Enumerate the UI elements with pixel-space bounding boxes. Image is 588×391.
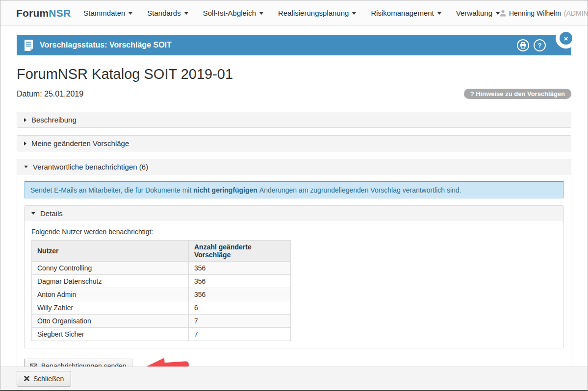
accordion-meine-vorschlaege: Meine geänderten Vorschläge bbox=[17, 135, 571, 151]
info-banner: Sendet E-Mails an Mitarbeiter, die für D… bbox=[24, 181, 564, 198]
help-button[interactable]: ? bbox=[534, 39, 546, 51]
app-window: ForumNSR Stammdaten Standards Soll-Ist-A… bbox=[0, 0, 588, 391]
changed-count-cell: 356 bbox=[189, 275, 291, 288]
nav-item-standards[interactable]: Standards bbox=[147, 9, 188, 17]
accordion-body-verantwortliche: Sendet E-Mails an Mitarbeiter, die für D… bbox=[17, 174, 571, 367]
info-text-bold: nicht geringfügigen bbox=[193, 186, 257, 194]
recipients-table: Nutzer Anzahl geänderte Vorschläge Conny… bbox=[31, 240, 291, 341]
user-menu[interactable]: Henning Wilhelm (ADMINISTRATOR) bbox=[500, 9, 588, 17]
date-label: Datum: 25.01.2019 bbox=[17, 90, 83, 98]
table-row: Dagmar Datenschutz356 bbox=[32, 275, 291, 288]
changed-count-cell: 7 bbox=[189, 315, 291, 328]
chevron-down-icon bbox=[259, 12, 263, 15]
nav-item-label: Realisierungsplanung bbox=[278, 9, 349, 17]
red-arrow-annotation bbox=[142, 355, 191, 367]
dialog-actions: ? bbox=[517, 35, 546, 55]
close-icon[interactable]: × bbox=[560, 32, 572, 45]
triangle-right-icon bbox=[24, 142, 26, 146]
person-icon bbox=[500, 10, 506, 17]
nav-item-realisierungsplanung[interactable]: Realisierungsplanung bbox=[278, 9, 356, 17]
accordion-label: Beschreibung bbox=[31, 116, 77, 124]
recipients-intro: Folgende Nutzer werden benachrichtigt: bbox=[31, 228, 557, 236]
nav-item-label: Soll-Ist-Abgleich bbox=[203, 9, 256, 17]
users-table-body: Conny Controlling356Dagmar Datenschutz35… bbox=[32, 262, 291, 341]
top-navbar: ForumNSR Stammdaten Standards Soll-Ist-A… bbox=[0, 0, 588, 26]
hints-badge[interactable]: ? Hinweise zu den Vorschlägen bbox=[464, 89, 571, 99]
nav-item-label: Stammdaten bbox=[83, 9, 125, 17]
changed-count-cell: 356 bbox=[189, 262, 291, 275]
accordion-header-verantwortliche[interactable]: Verantwortliche benachrichtigen (6) bbox=[17, 159, 571, 174]
main-content: Vorschlagsstatus: Vorschläge SOIT ? × Fo… bbox=[0, 26, 588, 367]
nav-menu: Stammdaten Standards Soll-Ist-Abgleich R… bbox=[83, 9, 500, 17]
details-panel: Details Folgende Nutzer werden benachric… bbox=[24, 205, 564, 348]
table-header-row: Nutzer Anzahl geänderte Vorschläge bbox=[32, 241, 291, 262]
nav-item-risikomanagement[interactable]: Risikomanagement bbox=[371, 9, 441, 17]
chevron-down-icon bbox=[128, 12, 132, 15]
nav-item-stammdaten[interactable]: Stammdaten bbox=[83, 9, 132, 17]
footer-bar: Schließen bbox=[0, 367, 588, 390]
triangle-down-icon bbox=[24, 166, 28, 168]
user-name-cell: Willy Zahler bbox=[32, 301, 189, 315]
recipients-table-head: Nutzer Anzahl geänderte Vorschläge bbox=[32, 241, 291, 262]
column-header-nutzer: Nutzer bbox=[32, 241, 189, 262]
page-title: ForumNSR Katalog SOIT 2019-01 bbox=[17, 66, 571, 82]
printer-icon bbox=[520, 42, 526, 49]
user-name: Henning Wilhelm bbox=[509, 9, 561, 17]
accordion-beschreibung: Beschreibung bbox=[17, 112, 571, 128]
table-row: Conny Controlling356 bbox=[32, 262, 291, 275]
accordion-header-beschreibung[interactable]: Beschreibung bbox=[17, 112, 571, 127]
user-name-cell: Dagmar Datenschutz bbox=[32, 275, 189, 288]
user-name-cell: Conny Controlling bbox=[32, 262, 189, 275]
document-icon bbox=[24, 40, 33, 51]
chevron-down-icon bbox=[437, 12, 441, 15]
close-dialog-button[interactable]: Schließen bbox=[17, 371, 71, 387]
close-button-label: Schließen bbox=[33, 375, 64, 383]
nav-item-soll-ist-abgleich[interactable]: Soll-Ist-Abgleich bbox=[203, 9, 263, 17]
details-body: Folgende Nutzer werden benachrichtigt: N… bbox=[25, 221, 563, 348]
chevron-down-icon bbox=[352, 12, 356, 15]
column-header-anzahl: Anzahl geänderte Vorschläge bbox=[189, 241, 291, 262]
close-button-backdrop: × bbox=[556, 28, 576, 49]
print-button[interactable] bbox=[517, 39, 529, 51]
dialog-header-bar: Vorschlagsstatus: Vorschläge SOIT ? × bbox=[17, 35, 571, 55]
table-row: Anton Admin356 bbox=[32, 288, 291, 301]
send-row: Benachrichtigungen senden bbox=[24, 356, 564, 367]
chevron-down-icon bbox=[496, 12, 500, 15]
logo-text-forum: Forum bbox=[16, 7, 49, 19]
table-row: Willy Zahler6 bbox=[32, 301, 291, 315]
info-text-before: Sendet E-Mails an Mitarbeiter, die für D… bbox=[30, 186, 193, 194]
date-row: Datum: 25.01.2019 ? Hinweise zu den Vors… bbox=[17, 89, 571, 99]
details-label: Details bbox=[40, 209, 63, 218]
chevron-down-icon bbox=[184, 12, 188, 15]
nav-item-label: Verwaltung bbox=[456, 9, 492, 17]
accordion-label: Verantwortliche benachrichtigen (6) bbox=[33, 163, 148, 171]
changed-count-cell: 356 bbox=[189, 288, 291, 301]
accordion-header-meine-vorschlaege[interactable]: Meine geänderten Vorschläge bbox=[17, 136, 571, 151]
details-panel-header[interactable]: Details bbox=[25, 206, 563, 221]
user-name-cell: Otto Organisation bbox=[32, 315, 189, 328]
send-notifications-button[interactable]: Benachrichtigungen senden bbox=[24, 359, 132, 367]
user-role: (ADMINISTRATOR) bbox=[564, 9, 588, 17]
table-row: Otto Organisation7 bbox=[32, 315, 291, 328]
nav-item-label: Risikomanagement bbox=[371, 9, 434, 17]
nav-item-label: Standards bbox=[147, 9, 180, 17]
changed-count-cell: 7 bbox=[189, 328, 291, 341]
logo-text-nsr: NSR bbox=[49, 7, 71, 19]
accordion-label: Meine geänderten Vorschläge bbox=[31, 139, 129, 147]
user-name-cell: Siegbert Sicher bbox=[32, 328, 189, 341]
info-text-after: Änderungen am zugrundeliegenden Vorschla… bbox=[257, 186, 461, 194]
app-logo[interactable]: ForumNSR bbox=[16, 7, 71, 19]
table-row: Siegbert Sicher7 bbox=[32, 328, 291, 341]
dialog-title: Vorschlagsstatus: Vorschläge SOIT bbox=[40, 41, 172, 49]
user-name-cell: Anton Admin bbox=[32, 288, 189, 301]
triangle-down-icon bbox=[31, 212, 35, 215]
nav-item-verwaltung[interactable]: Verwaltung bbox=[456, 9, 500, 17]
question-mark-icon: ? bbox=[538, 42, 542, 49]
changed-count-cell: 6 bbox=[189, 301, 291, 315]
triangle-right-icon bbox=[24, 118, 26, 122]
send-button-label: Benachrichtigungen senden bbox=[41, 362, 127, 367]
x-icon bbox=[24, 376, 29, 381]
accordion-verantwortliche: Verantwortliche benachrichtigen (6) Send… bbox=[17, 159, 571, 367]
